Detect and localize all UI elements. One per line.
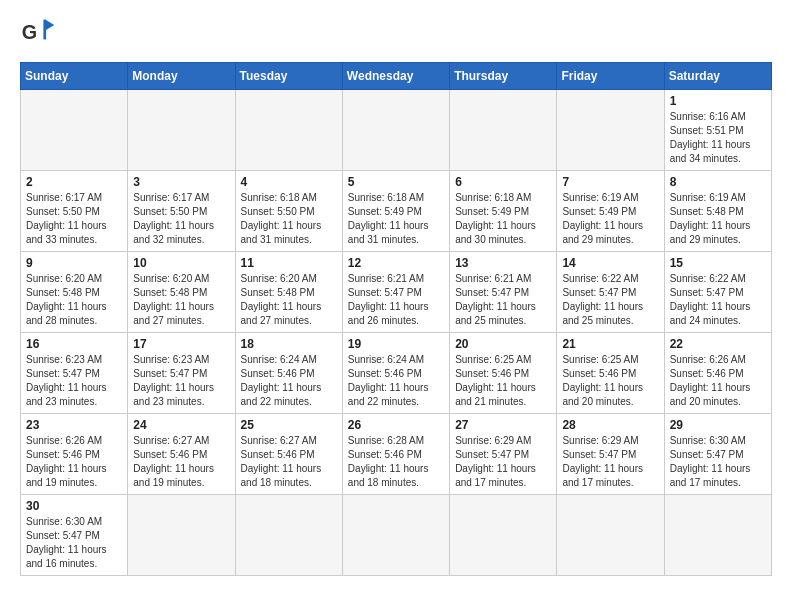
day-number: 5 [348, 175, 444, 189]
day-info: Sunrise: 6:18 AM Sunset: 5:49 PM Dayligh… [455, 191, 551, 247]
calendar-week-1: 2Sunrise: 6:17 AM Sunset: 5:50 PM Daylig… [21, 171, 772, 252]
day-info: Sunrise: 6:18 AM Sunset: 5:50 PM Dayligh… [241, 191, 337, 247]
day-number: 12 [348, 256, 444, 270]
day-number: 20 [455, 337, 551, 351]
day-info: Sunrise: 6:27 AM Sunset: 5:46 PM Dayligh… [241, 434, 337, 490]
day-number: 6 [455, 175, 551, 189]
day-number: 9 [26, 256, 122, 270]
col-header-sunday: Sunday [21, 63, 128, 90]
svg-rect-3 [43, 20, 46, 40]
day-info: Sunrise: 6:26 AM Sunset: 5:46 PM Dayligh… [670, 353, 766, 409]
calendar-cell [342, 90, 449, 171]
day-info: Sunrise: 6:26 AM Sunset: 5:46 PM Dayligh… [26, 434, 122, 490]
calendar-cell [557, 90, 664, 171]
calendar-cell [450, 90, 557, 171]
calendar-cell: 27Sunrise: 6:29 AM Sunset: 5:47 PM Dayli… [450, 414, 557, 495]
calendar-week-4: 23Sunrise: 6:26 AM Sunset: 5:46 PM Dayli… [21, 414, 772, 495]
day-number: 25 [241, 418, 337, 432]
day-info: Sunrise: 6:19 AM Sunset: 5:48 PM Dayligh… [670, 191, 766, 247]
day-number: 2 [26, 175, 122, 189]
calendar-cell: 3Sunrise: 6:17 AM Sunset: 5:50 PM Daylig… [128, 171, 235, 252]
day-info: Sunrise: 6:23 AM Sunset: 5:47 PM Dayligh… [133, 353, 229, 409]
calendar-cell [664, 495, 771, 576]
logo: G [20, 16, 62, 52]
calendar-cell: 19Sunrise: 6:24 AM Sunset: 5:46 PM Dayli… [342, 333, 449, 414]
calendar-cell: 9Sunrise: 6:20 AM Sunset: 5:48 PM Daylig… [21, 252, 128, 333]
day-info: Sunrise: 6:29 AM Sunset: 5:47 PM Dayligh… [455, 434, 551, 490]
calendar-cell: 18Sunrise: 6:24 AM Sunset: 5:46 PM Dayli… [235, 333, 342, 414]
calendar-cell: 4Sunrise: 6:18 AM Sunset: 5:50 PM Daylig… [235, 171, 342, 252]
day-number: 14 [562, 256, 658, 270]
day-number: 4 [241, 175, 337, 189]
day-info: Sunrise: 6:17 AM Sunset: 5:50 PM Dayligh… [133, 191, 229, 247]
day-info: Sunrise: 6:20 AM Sunset: 5:48 PM Dayligh… [241, 272, 337, 328]
day-number: 18 [241, 337, 337, 351]
calendar-cell: 2Sunrise: 6:17 AM Sunset: 5:50 PM Daylig… [21, 171, 128, 252]
calendar: SundayMondayTuesdayWednesdayThursdayFrid… [20, 62, 772, 576]
col-header-wednesday: Wednesday [342, 63, 449, 90]
day-number: 15 [670, 256, 766, 270]
calendar-cell: 29Sunrise: 6:30 AM Sunset: 5:47 PM Dayli… [664, 414, 771, 495]
day-number: 21 [562, 337, 658, 351]
calendar-cell [128, 495, 235, 576]
svg-text:G: G [22, 21, 37, 43]
calendar-header-row: SundayMondayTuesdayWednesdayThursdayFrid… [21, 63, 772, 90]
day-number: 22 [670, 337, 766, 351]
day-info: Sunrise: 6:24 AM Sunset: 5:46 PM Dayligh… [348, 353, 444, 409]
day-info: Sunrise: 6:20 AM Sunset: 5:48 PM Dayligh… [133, 272, 229, 328]
col-header-monday: Monday [128, 63, 235, 90]
page-header: G [20, 16, 772, 52]
calendar-cell: 6Sunrise: 6:18 AM Sunset: 5:49 PM Daylig… [450, 171, 557, 252]
col-header-friday: Friday [557, 63, 664, 90]
calendar-cell: 11Sunrise: 6:20 AM Sunset: 5:48 PM Dayli… [235, 252, 342, 333]
calendar-cell: 30Sunrise: 6:30 AM Sunset: 5:47 PM Dayli… [21, 495, 128, 576]
calendar-cell: 24Sunrise: 6:27 AM Sunset: 5:46 PM Dayli… [128, 414, 235, 495]
calendar-cell [21, 90, 128, 171]
calendar-cell: 28Sunrise: 6:29 AM Sunset: 5:47 PM Dayli… [557, 414, 664, 495]
calendar-cell: 10Sunrise: 6:20 AM Sunset: 5:48 PM Dayli… [128, 252, 235, 333]
day-info: Sunrise: 6:23 AM Sunset: 5:47 PM Dayligh… [26, 353, 122, 409]
calendar-cell: 7Sunrise: 6:19 AM Sunset: 5:49 PM Daylig… [557, 171, 664, 252]
day-info: Sunrise: 6:20 AM Sunset: 5:48 PM Dayligh… [26, 272, 122, 328]
day-info: Sunrise: 6:28 AM Sunset: 5:46 PM Dayligh… [348, 434, 444, 490]
calendar-cell: 14Sunrise: 6:22 AM Sunset: 5:47 PM Dayli… [557, 252, 664, 333]
calendar-cell: 13Sunrise: 6:21 AM Sunset: 5:47 PM Dayli… [450, 252, 557, 333]
calendar-cell [450, 495, 557, 576]
day-number: 8 [670, 175, 766, 189]
day-info: Sunrise: 6:24 AM Sunset: 5:46 PM Dayligh… [241, 353, 337, 409]
calendar-week-3: 16Sunrise: 6:23 AM Sunset: 5:47 PM Dayli… [21, 333, 772, 414]
calendar-cell [557, 495, 664, 576]
day-number: 3 [133, 175, 229, 189]
day-info: Sunrise: 6:25 AM Sunset: 5:46 PM Dayligh… [562, 353, 658, 409]
calendar-week-2: 9Sunrise: 6:20 AM Sunset: 5:48 PM Daylig… [21, 252, 772, 333]
col-header-thursday: Thursday [450, 63, 557, 90]
calendar-week-5: 30Sunrise: 6:30 AM Sunset: 5:47 PM Dayli… [21, 495, 772, 576]
calendar-cell: 5Sunrise: 6:18 AM Sunset: 5:49 PM Daylig… [342, 171, 449, 252]
calendar-cell [342, 495, 449, 576]
day-number: 1 [670, 94, 766, 108]
day-info: Sunrise: 6:29 AM Sunset: 5:47 PM Dayligh… [562, 434, 658, 490]
day-info: Sunrise: 6:22 AM Sunset: 5:47 PM Dayligh… [670, 272, 766, 328]
day-number: 11 [241, 256, 337, 270]
calendar-cell [235, 90, 342, 171]
day-number: 24 [133, 418, 229, 432]
day-number: 26 [348, 418, 444, 432]
day-info: Sunrise: 6:30 AM Sunset: 5:47 PM Dayligh… [670, 434, 766, 490]
day-number: 19 [348, 337, 444, 351]
calendar-cell: 12Sunrise: 6:21 AM Sunset: 5:47 PM Dayli… [342, 252, 449, 333]
calendar-cell: 23Sunrise: 6:26 AM Sunset: 5:46 PM Dayli… [21, 414, 128, 495]
day-info: Sunrise: 6:19 AM Sunset: 5:49 PM Dayligh… [562, 191, 658, 247]
day-info: Sunrise: 6:17 AM Sunset: 5:50 PM Dayligh… [26, 191, 122, 247]
day-number: 27 [455, 418, 551, 432]
day-number: 13 [455, 256, 551, 270]
calendar-cell: 26Sunrise: 6:28 AM Sunset: 5:46 PM Dayli… [342, 414, 449, 495]
calendar-cell: 8Sunrise: 6:19 AM Sunset: 5:48 PM Daylig… [664, 171, 771, 252]
calendar-cell: 25Sunrise: 6:27 AM Sunset: 5:46 PM Dayli… [235, 414, 342, 495]
calendar-cell: 21Sunrise: 6:25 AM Sunset: 5:46 PM Dayli… [557, 333, 664, 414]
day-info: Sunrise: 6:16 AM Sunset: 5:51 PM Dayligh… [670, 110, 766, 166]
col-header-tuesday: Tuesday [235, 63, 342, 90]
day-number: 23 [26, 418, 122, 432]
calendar-cell [128, 90, 235, 171]
day-number: 7 [562, 175, 658, 189]
day-number: 10 [133, 256, 229, 270]
